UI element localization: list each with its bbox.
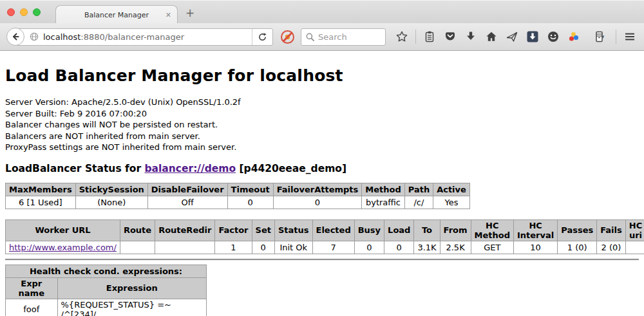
column-header: DisableFailover (147, 183, 227, 196)
window-controls (7, 8, 41, 16)
server-info: Server Version: Apache/2.5.0-dev (Unix) … (5, 97, 639, 153)
reload-icon (258, 32, 267, 42)
smiley-icon (547, 30, 560, 43)
navigation-toolbar: localhost:8880/balancer-manager (0, 23, 644, 51)
table-cell: Yes (433, 196, 470, 209)
reading-list-button[interactable] (422, 29, 437, 44)
table-cell: 2 (0) (597, 241, 626, 254)
worker-url-link[interactable]: http://www.example.com/ (9, 243, 117, 252)
table-cell: Init Ok (274, 241, 312, 254)
worker-status-table: Worker URLRouteRouteRedirFactorSetStatus… (5, 219, 644, 254)
column-header: Worker URL (6, 219, 120, 241)
url-host: localhost (43, 32, 80, 42)
colored-dots-extension-button[interactable] (567, 29, 581, 44)
plugin-blocked-icon[interactable] (281, 30, 294, 44)
column-header: Passes (558, 219, 597, 241)
page-content: Load Balancer Manager for localhost Serv… (0, 66, 644, 316)
url-text[interactable]: localhost:8880/balancer-manager (43, 32, 249, 42)
url-path: :8880/balancer-manager (80, 32, 184, 42)
table-cell (120, 241, 155, 254)
star-icon (395, 30, 408, 43)
column-header: Set (252, 219, 274, 241)
video-download-extension-button[interactable] (526, 29, 540, 44)
smiley-extension-button[interactable] (546, 29, 560, 44)
tab-bar: Balancer Manager ✕ + (0, 0, 644, 23)
toolbar-divider (415, 30, 416, 44)
column-header: Expression (57, 277, 206, 299)
table-cell: 7 (312, 241, 354, 254)
zoom-window-button[interactable] (33, 8, 41, 16)
downloads-button[interactable] (464, 29, 478, 44)
table-cell: GET (471, 241, 513, 254)
table-cell: 6 [1 Used] (6, 196, 76, 209)
column-header: MaxMembers (6, 183, 76, 196)
status-heading-prefix: LoadBalancer Status for (5, 163, 144, 174)
toolbar-buttons: ▾ (395, 29, 644, 44)
globe-icon (29, 32, 39, 42)
url-bar[interactable]: localhost:8880/balancer-manager (15, 28, 273, 46)
pocket-button[interactable] (443, 29, 457, 44)
table-cell: 2.5K (440, 241, 471, 254)
menu-button[interactable] (623, 29, 637, 44)
column-header: Load (384, 219, 414, 241)
search-icon (305, 32, 315, 42)
new-tab-button[interactable]: + (185, 6, 194, 19)
column-header: FailoverAttempts (273, 183, 362, 196)
column-header: To (414, 219, 440, 241)
colored-dots-icon (567, 30, 580, 43)
home-button[interactable] (484, 29, 498, 44)
table-cell: 3.1K (414, 241, 440, 254)
send-tab-button[interactable] (505, 29, 519, 44)
column-header: Expr name (6, 277, 58, 299)
plugin-blocked-slash (283, 32, 292, 42)
proxypass-inherit-note: ProxyPass settings are NOT inherited fro… (5, 142, 639, 153)
table-cell: 0 (384, 241, 414, 254)
browser-chrome: Balancer Manager ✕ + localhost:8880/bala… (0, 0, 644, 51)
tab-balancer-manager[interactable]: Balancer Manager ✕ (55, 5, 178, 24)
column-header: Elected (312, 219, 354, 241)
table-title: Health check cond. expressions: (6, 265, 207, 277)
table-cell: /c/ (404, 196, 433, 209)
reload-button[interactable] (256, 32, 272, 42)
loadbalancer-status-heading: LoadBalancer Status for balancer://demo … (5, 163, 639, 174)
table-cell: 1 (0) (558, 241, 597, 254)
health-check-table: Health check cond. expressions:Expr name… (5, 265, 207, 316)
column-header: From (440, 219, 471, 241)
server-version-line: Server Version: Apache/2.5.0-dev (Unix) … (5, 97, 639, 108)
chevron-down-icon[interactable]: ▾ (601, 33, 605, 40)
column-header: RouteRedir (155, 219, 215, 241)
column-header: Fails (597, 219, 626, 241)
column-header: Route (120, 219, 155, 241)
column-header: Factor (215, 219, 252, 241)
bookmark-star-button[interactable] (395, 29, 409, 44)
column-header: StickySession (75, 183, 147, 196)
status-heading-suffix: [p4420eeae_demo] (236, 163, 346, 174)
search-bar[interactable] (301, 28, 386, 46)
column-header: Method (362, 183, 404, 196)
clipboard-icon (423, 30, 436, 43)
table-cell: Off (147, 196, 227, 209)
minimize-window-button[interactable] (20, 8, 28, 16)
column-header: HC uri (625, 219, 644, 241)
balancer-demo-link[interactable]: balancer://demo (144, 163, 236, 174)
table-cell: foof (6, 299, 58, 316)
tab-title: Balancer Manager (84, 11, 149, 19)
server-built-line: Server Built: Feb 9 2016 07:00:20 (5, 108, 639, 120)
page-title: Load Balancer Manager for localhost (5, 66, 639, 85)
column-header: Active (433, 183, 470, 196)
close-window-button[interactable] (7, 8, 15, 16)
url-bar-divider (252, 29, 252, 45)
column-header: Timeout (227, 183, 273, 196)
back-button[interactable] (6, 28, 24, 46)
table-cell: 1 (215, 241, 252, 254)
table-cell: (None) (75, 196, 147, 209)
table-cell: 10 (513, 241, 557, 254)
table-row: http://www.example.com/ 10Init Ok7003.1K… (6, 241, 644, 254)
tab-close-icon[interactable]: ✕ (166, 11, 171, 19)
blue-download-box-icon (526, 30, 539, 43)
search-input[interactable] (318, 32, 381, 42)
table-cell: 0 (273, 196, 362, 209)
divider (5, 259, 639, 261)
table-row: foof%{REQUEST_STATUS} =~ /^[234]/ (6, 299, 207, 316)
container-extension-button[interactable]: ▾ (587, 29, 609, 44)
